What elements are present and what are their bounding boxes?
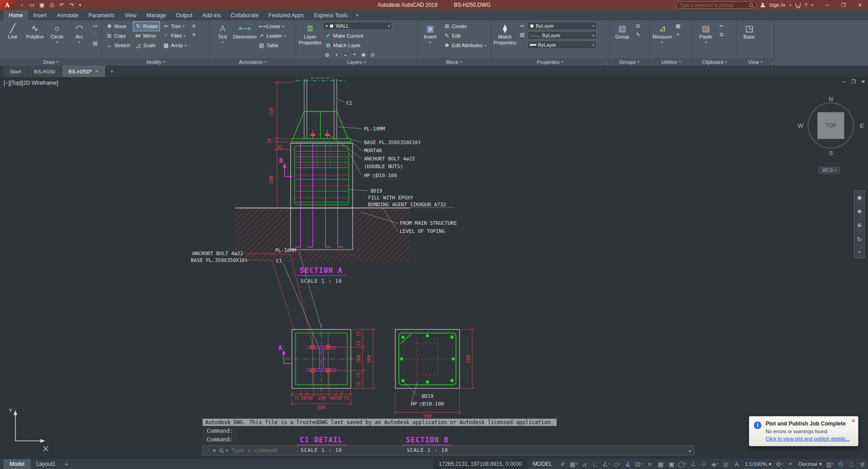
linear-button[interactable]: ⟷Linear▾ [257,22,287,31]
model-space-indicator[interactable]: MODEL [528,461,558,467]
hatch-button[interactable]: ▨ [91,39,99,47]
viewcube-south[interactable]: S [829,150,833,156]
polyline-button[interactable]: ∿ Polyline [24,22,45,58]
coordinates-readout[interactable]: 17265.2131, 197108.6915, 0.0000 [433,459,528,469]
3d-object-snap-toggle[interactable]: ◯▾ [677,459,688,469]
circle-button[interactable]: ○ Circle ▾ [47,22,68,58]
command-search-caret-icon[interactable]: ▾ [226,449,228,453]
command-input-bar[interactable]: ∷ ✕ ▾ ▴ [203,445,694,455]
close-button[interactable]: ✕ [852,0,868,10]
viewcube-top-face[interactable]: TOP [817,112,844,139]
paste-button[interactable]: ▤ Paste ▾ [695,22,716,58]
dynamic-ucs-toggle[interactable]: ⟂ [688,459,698,469]
command-history-expand-icon[interactable]: ▴ [689,448,691,453]
tab-express-tools[interactable]: Express Tools [309,10,352,20]
leader-button[interactable]: ↗Leader▾ [257,31,287,40]
navbar-more-icon[interactable]: ▾ [858,250,860,254]
annotation-monitor-toggle[interactable]: ⌖ [785,459,796,469]
text-button[interactable]: A Text ▾ [212,22,233,58]
workspace-switching-button[interactable]: ⚙▾ [774,459,785,469]
layer-freeze-button[interactable]: ◒ [341,50,349,58]
linetype-dropdown[interactable]: — — — ByLayer ▾ [528,31,596,39]
tray-settings-button[interactable]: ▥▾ [824,459,835,469]
layer-properties-button[interactable]: ≣ Layer Properties [298,22,322,58]
create-block-button[interactable]: ⊞Create [442,22,488,31]
viewport-controls[interactable]: [−][Top][2D Wireframe] [4,80,58,86]
erase-button[interactable]: ⊘ [190,22,198,30]
new-drawing-tab-button[interactable]: + [106,66,118,77]
trim-button[interactable]: ✂Trim▾ [161,22,188,31]
wcs-dropdown[interactable]: WCS ▾ [819,167,840,174]
layer-isolate-button[interactable]: ◑ [332,50,340,58]
units-dropdown[interactable]: Decimal▾ [796,459,824,469]
sign-in-caret-icon[interactable]: ▾ [790,3,791,7]
help-search-input[interactable] [679,2,747,8]
app-logo-icon[interactable]: A [0,0,15,10]
array-button[interactable]: ▦Array▾ [161,41,188,50]
file-tab-bs-h250[interactable]: BS-H250* ✕ [62,66,106,77]
transparency-toggle[interactable]: ▩ [655,459,666,469]
tab-view[interactable]: View [120,10,141,20]
annotation-scale-chip[interactable]: 1:1/100%▾ [742,459,774,469]
panel-groups-footer[interactable]: Groups▾ [610,58,649,66]
panel-draw-footer[interactable]: Draw▾ [0,58,102,66]
measure-button[interactable]: ⊿ Measure ▾ [652,22,673,58]
rectangle-button[interactable]: ▭ [91,22,99,30]
viewcube-west[interactable]: W [798,122,803,129]
polar-tracking-toggle[interactable]: ∠▾ [601,459,611,469]
tab-insert[interactable]: Insert [28,10,52,20]
undo-button[interactable]: ↶ [57,0,67,10]
cut-button[interactable]: ✂ [718,22,726,30]
minimize-button[interactable]: ─ [819,0,835,10]
view-expander-icon[interactable]: ⌟ [771,60,773,65]
layer-walk-button[interactable]: ◎ [369,50,377,58]
steering-wheel-icon[interactable]: ◉ [857,194,862,201]
edit-attributes-button[interactable]: ❖Edit Attributes▾ [442,41,488,50]
command-close-icon[interactable]: ✕ [212,448,216,453]
group-edit-button[interactable]: ✎ [634,30,642,39]
clean-screen-toggle[interactable]: □ [846,459,857,469]
edit-block-button[interactable]: ✎Edit [442,31,488,40]
lineweight-dropdown[interactable]: ByLayer ▾ [528,41,596,49]
isometric-drafting-toggle[interactable]: ◇▾ [611,459,622,469]
dimension-button[interactable]: ⟷ Dimension [234,22,255,58]
mirror-button[interactable]: ⋈Mirror [133,31,160,40]
help-caret-icon[interactable]: ▾ [811,3,813,7]
quick-calc-button[interactable]: ▦ [674,22,682,30]
viewcube-north[interactable]: N [829,96,833,102]
layer-unisolate-button[interactable]: ◉ [359,50,368,58]
copy-button[interactable]: ⧉Copy [104,31,132,40]
move-button[interactable]: ✥Move [104,22,132,31]
customize-menu-button[interactable]: ≣ [857,459,868,469]
open-file-button[interactable]: ▭ [27,0,37,10]
tab-annotate[interactable]: Annotate [52,10,83,20]
popup-close-icon[interactable]: ✕ [852,418,855,423]
panel-view-footer[interactable]: View▾ ⌟ [737,58,774,66]
ellipse-button[interactable]: ◌ [91,30,99,39]
viewcube-east[interactable]: E [860,122,864,129]
maximize-button[interactable]: ❐ [835,0,852,10]
tab-parametric[interactable]: Parametric [83,10,120,20]
stretch-button[interactable]: ↔Stretch [104,41,132,50]
panel-properties-footer[interactable]: Properties▾ ⌟ [491,58,609,66]
redo-button[interactable]: ↷ [67,0,77,10]
match-properties-button[interactable]: ⧫ Match Properties [493,22,517,58]
ungroup-button[interactable]: ⊟ [634,22,642,30]
grid-toggle[interactable]: # [557,459,568,469]
isolate-objects-toggle[interactable]: ◎ [720,459,731,469]
qat-dropdown[interactable]: ▾ [77,0,83,10]
group-button[interactable]: ▧ Group [612,22,633,58]
doc-restore-icon[interactable]: ❐ [851,79,856,85]
properties-grid-button[interactable]: ▧ [518,30,526,39]
copy-clip-button[interactable]: ⧉ [718,30,726,39]
tab-featured-apps[interactable]: Featured Apps [263,10,309,20]
line-button[interactable]: ╱ Line [2,22,23,58]
ortho-toggle[interactable]: ∟ [590,459,601,469]
object-snap-toggle[interactable]: ⊡▾ [633,459,644,469]
command-search-icon[interactable] [219,449,223,452]
panel-layers-footer[interactable]: Layers▾ [296,58,417,66]
popup-details-link[interactable]: Click to view plot and publish details..… [766,436,849,441]
id-point-button[interactable]: ⌖ [674,30,682,39]
match-layer-button[interactable]: ⧉Match Layer [323,41,392,50]
new-file-button[interactable]: ▫ [17,0,27,10]
